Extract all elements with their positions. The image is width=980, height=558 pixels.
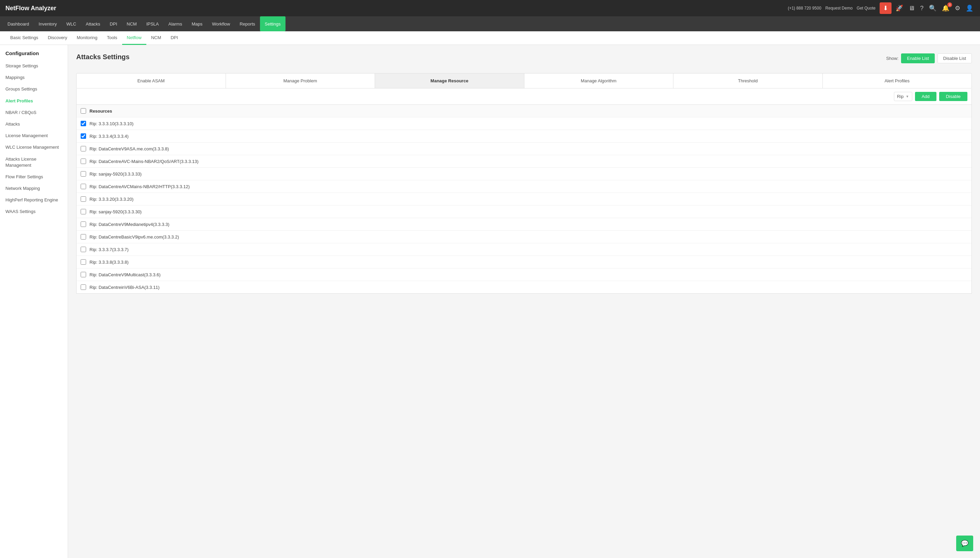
primary-nav-item-ncm[interactable]: NCM — [122, 16, 141, 31]
resource-row: Rip: 3.3.3.7(3.3.3.7) — [77, 243, 972, 256]
primary-nav-item-attacks[interactable]: Attacks — [81, 16, 105, 31]
secondary-nav-item-dpi[interactable]: DPI — [166, 31, 183, 45]
resource-label: Rip: sanjay-5920(3.3.3.30) — [90, 209, 141, 214]
tab-enable-asam[interactable]: Enable ASAM — [77, 74, 226, 88]
get-quote[interactable]: Get Quote — [857, 6, 875, 11]
resource-checkbox[interactable] — [80, 121, 86, 126]
primary-nav-item-dpi[interactable]: DPI — [105, 16, 122, 31]
resource-type-dropdown[interactable]: Rip ▼ — [894, 92, 912, 101]
sidebar-item-network-mapping[interactable]: Network Mapping — [0, 183, 68, 194]
sidebar-item-mappings[interactable]: Mappings — [0, 72, 68, 84]
primary-nav-item-settings[interactable]: Settings — [260, 16, 286, 31]
sidebar-item-attacks-license-management[interactable]: Attacks License Management — [0, 153, 68, 171]
tab-strip: Enable ASAMManage ProblemManage Resource… — [76, 73, 972, 89]
primary-nav-item-ipsla[interactable]: IPSLA — [141, 16, 164, 31]
primary-nav-item-dashboard[interactable]: Dashboard — [3, 16, 34, 31]
page-title: Attacks Settings — [76, 53, 130, 61]
tab-alert-profiles[interactable]: Alert Profiles — [823, 74, 972, 88]
top-bar-right: (+1) 888 720 9500 Request Demo Get Quote… — [788, 2, 975, 14]
dropdown-value: Rip — [897, 94, 904, 99]
chat-button[interactable]: 💬 — [956, 535, 973, 551]
tab-threshold[interactable]: Threshold — [673, 74, 823, 88]
resource-row: Rip: DataCentreV9ASA.me.com(3.3.3.8) — [77, 143, 972, 155]
sidebar-item-license-management[interactable]: License Management — [0, 130, 68, 141]
primary-nav-item-workflow[interactable]: Workflow — [207, 16, 235, 31]
primary-nav-item-inventory[interactable]: Inventory — [34, 16, 62, 31]
resource-row: Rip: DataCentreV9Multicast(3.3.3.6) — [77, 268, 972, 281]
resource-row: Rip: DataCentreV9Medianetipv4(3.3.3.3) — [77, 218, 972, 231]
show-label: Show: — [886, 56, 898, 61]
resource-label: Rip: 3.3.3.8(3.3.3.8) — [90, 259, 129, 265]
monitor-icon[interactable]: 🖥 — [907, 3, 916, 13]
resource-row: Rip: sanjay-5920(3.3.3.33) — [77, 168, 972, 181]
secondary-nav-item-tools[interactable]: Tools — [102, 31, 122, 45]
download-icon[interactable]: ⬇ — [880, 2, 891, 14]
resource-checkbox[interactable] — [80, 272, 86, 277]
add-button[interactable]: Add — [915, 92, 936, 101]
resource-row: Rip: DataCentreAVC-Mains-NBAR2/QoS/ART(3… — [77, 155, 972, 168]
sidebar-item-waas-settings[interactable]: WAAS Settings — [0, 206, 68, 217]
sidebar-item-attacks[interactable]: Attacks — [0, 118, 68, 130]
resource-label: Rip: 3.3.3.4(3.3.3.4) — [90, 134, 129, 139]
top-bar: NetFlow Analyzer (+1) 888 720 9500 Reque… — [0, 0, 980, 16]
resource-row: Rip: DataCentreinV6Bi-ASA(3.3.11) — [77, 281, 972, 293]
resource-label: Rip: DataCentreAVCMains-NBAR2/HTTP(3.3.3… — [90, 184, 190, 189]
resource-checkbox[interactable] — [80, 234, 86, 240]
disable-button[interactable]: Disable — [939, 92, 967, 101]
secondary-nav-item-discovery[interactable]: Discovery — [43, 31, 72, 45]
action-bar: Rip ▼ Add Disable — [76, 89, 972, 105]
resource-checkbox[interactable] — [80, 159, 86, 164]
resource-row: Rip: 3.3.3.20(3.3.3.20) — [77, 193, 972, 205]
phone-number[interactable]: (+1) 888 720 9500 — [788, 6, 821, 11]
user-avatar[interactable]: 👤 — [964, 3, 975, 13]
sidebar: Configuration Storage SettingsMappingsGr… — [0, 45, 68, 558]
resource-checkbox[interactable] — [80, 247, 86, 252]
resource-checkbox[interactable] — [80, 133, 86, 139]
sidebar-item-highperf-reporting-engine[interactable]: HighPerf Reporting Engine — [0, 194, 68, 206]
secondary-nav-item-ncm[interactable]: NCM — [146, 31, 166, 45]
sidebar-item-nbar-cbqos[interactable]: NBAR / CBQoS — [0, 107, 68, 118]
tab-manage-problem[interactable]: Manage Problem — [226, 74, 375, 88]
primary-nav-item-maps[interactable]: Maps — [187, 16, 207, 31]
sidebar-item-groups-settings[interactable]: Groups Settings — [0, 84, 68, 95]
disable-list-button[interactable]: Disable List — [937, 53, 972, 63]
sidebar-item-flow-filter-settings[interactable]: Flow Filter Settings — [0, 171, 68, 183]
sidebar-item-wlc-license-management[interactable]: WLC License Management — [0, 141, 68, 153]
resource-checkbox[interactable] — [80, 284, 86, 290]
secondary-nav-item-netflow[interactable]: Netflow — [122, 31, 146, 45]
notification-icon[interactable]: 🔔 3 — [941, 3, 951, 13]
main-content: Attacks Settings Show: Enable List Disab… — [68, 45, 980, 558]
rocket-icon[interactable]: 🚀 — [894, 3, 904, 13]
resource-checkbox[interactable] — [80, 209, 86, 214]
sidebar-item-alert-profiles[interactable]: Alert Profiles — [0, 95, 68, 107]
secondary-nav-item-monitoring[interactable]: Monitoring — [72, 31, 102, 45]
resource-row: Rip: DataCentreAVCMains-NBAR2/HTTP(3.3.3… — [77, 181, 972, 193]
enable-list-button[interactable]: Enable List — [901, 53, 934, 63]
select-all-checkbox[interactable] — [80, 108, 86, 114]
sidebar-item-storage-settings[interactable]: Storage Settings — [0, 60, 68, 72]
settings-icon[interactable]: ⚙ — [954, 3, 962, 13]
primary-nav-item-reports[interactable]: Reports — [235, 16, 260, 31]
resource-checkbox[interactable] — [80, 196, 86, 202]
resource-checkbox[interactable] — [80, 146, 86, 151]
resource-row: Rip: 3.3.3.4(3.3.3.4) — [77, 130, 972, 143]
resource-label: Rip: 3.3.3.7(3.3.3.7) — [90, 247, 129, 252]
search-icon[interactable]: 🔍 — [927, 3, 938, 13]
notification-badge: 3 — [947, 2, 952, 7]
resource-label: Rip: sanjay-5920(3.3.3.33) — [90, 171, 141, 177]
help-icon[interactable]: ? — [919, 3, 925, 13]
tab-manage-algorithm[interactable]: Manage Algorithm — [524, 74, 674, 88]
resource-checkbox[interactable] — [80, 259, 86, 265]
chevron-down-icon: ▼ — [906, 95, 909, 98]
primary-nav-item-wlc[interactable]: WLC — [62, 16, 81, 31]
resource-checkbox[interactable] — [80, 222, 86, 227]
resource-checkbox[interactable] — [80, 171, 86, 177]
tab-manage-resource[interactable]: Manage Resource — [375, 74, 524, 88]
show-bar: Show: Enable List Disable List — [886, 53, 972, 63]
resource-label: Rip: DataCentreV9Medianetipv4(3.3.3.3) — [90, 222, 169, 227]
request-demo[interactable]: Request Demo — [826, 6, 853, 11]
resource-label: Rip: 3.3.3.10(3.3.3.10) — [90, 121, 133, 126]
secondary-nav-item-basic-settings[interactable]: Basic Settings — [5, 31, 43, 45]
resource-checkbox[interactable] — [80, 184, 86, 189]
primary-nav-item-alarms[interactable]: Alarms — [164, 16, 187, 31]
